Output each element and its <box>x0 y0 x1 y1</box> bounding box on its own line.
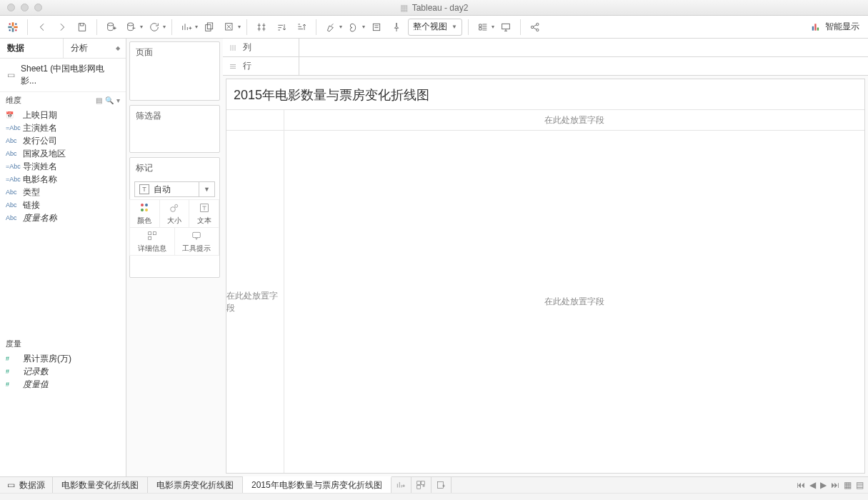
share-button[interactable] <box>527 19 544 36</box>
svg-point-15 <box>531 26 533 28</box>
rows-shelf[interactable]: 行 <box>223 56 868 76</box>
search-fields-icon[interactable]: 🔍 <box>105 96 114 104</box>
data-tab[interactable]: 数据 <box>0 39 64 58</box>
show-me-label: 智能显示 <box>825 21 859 33</box>
sheet-tab[interactable]: 2015年电影数量与票房变化折线图 <box>243 476 391 493</box>
marks-card-title: 标记 <box>130 158 219 179</box>
pages-card[interactable]: 页面 <box>129 41 220 101</box>
measure-field[interactable]: #累计票房(万) <box>0 352 126 365</box>
sheet-title[interactable]: 2015年电影数量与票房变化折线图 <box>226 79 864 109</box>
sort-desc-button[interactable] <box>293 19 310 36</box>
datasource-tab[interactable]: ▭ 数据源 <box>0 477 53 493</box>
fit-dropdown[interactable]: 整个视图 ▼ <box>408 19 462 36</box>
svg-rect-19 <box>814 24 816 30</box>
dimension-field[interactable]: =Abc主演姓名 <box>0 121 126 134</box>
svg-point-16 <box>537 23 539 25</box>
pin-button[interactable] <box>388 19 405 36</box>
sheet-tab[interactable]: 电影票房变化折线图 <box>148 477 243 493</box>
columns-icon <box>229 44 237 52</box>
filters-card[interactable]: 筛选器 <box>129 105 220 153</box>
new-worksheet-tab-button[interactable] <box>391 477 411 493</box>
size-icon <box>169 202 180 214</box>
prev-sheet-button[interactable]: ◀ <box>809 480 816 490</box>
analytics-tab-menu-icon[interactable]: ◆ <box>116 45 120 51</box>
presentation-mode-button[interactable] <box>497 19 514 36</box>
new-story-tab-button[interactable] <box>431 477 452 493</box>
new-worksheet-button[interactable]: ▾ <box>178 19 198 36</box>
swap-axes-button[interactable] <box>253 19 270 36</box>
svg-rect-27 <box>193 232 201 237</box>
columns-drop-zone[interactable] <box>299 39 868 56</box>
dimensions-list: 📅上映日期 =Abc主演姓名 Abc发行公司 Abc国家及地区 =Abc导演姓名… <box>0 107 126 226</box>
string-icon: Abc <box>6 137 19 144</box>
close-window-button[interactable] <box>7 4 15 11</box>
mark-tooltip-button[interactable]: 工具提示 <box>174 227 220 256</box>
dimension-field[interactable]: Abc发行公司 <box>0 134 126 147</box>
sheet-tab[interactable]: 电影数量变化折线图 <box>53 477 148 493</box>
analytics-tab[interactable]: 分析◆ <box>64 39 126 58</box>
viz-row-header-drop[interactable]: 在此处放置字段 <box>226 130 284 473</box>
mark-text-button[interactable]: 文本 <box>189 199 219 228</box>
measure-field[interactable]: #度量值 <box>0 378 126 391</box>
zoom-window-button[interactable] <box>34 4 42 11</box>
viz-area[interactable]: 2015年电影数量与票房变化折线图 在此处放置字段 在此处放置字段 在此处放置字… <box>226 79 865 474</box>
show-sheets-button[interactable]: ▤ <box>856 480 864 490</box>
calc-string-icon: =Abc <box>6 163 19 170</box>
show-labels-button[interactable] <box>368 19 385 36</box>
next-sheet-button[interactable]: ▶ <box>820 480 827 490</box>
show-me-button[interactable]: 智能显示 <box>807 21 864 33</box>
show-cards-button[interactable]: ▾ <box>474 19 494 36</box>
clear-sheet-button[interactable]: ▾ <box>221 19 241 36</box>
rows-drop-zone[interactable] <box>299 57 868 75</box>
last-sheet-button[interactable]: ⏭ <box>831 480 839 490</box>
datasource-item[interactable]: ▭ Sheet1 (中国电影网电影... <box>0 59 126 92</box>
auto-mark-icon: T <box>139 184 149 194</box>
viz-main-drop[interactable]: 在此处放置字段 <box>284 130 864 473</box>
measure-field[interactable]: #记录数 <box>0 365 126 378</box>
minimize-window-button[interactable] <box>21 4 29 11</box>
viz-col-header-drop[interactable]: 在此处放置字段 <box>284 110 864 130</box>
datasource-icon: ▭ <box>7 70 15 80</box>
dimension-field[interactable]: Abc类型 <box>0 186 126 199</box>
pause-updates-button[interactable]: ▾ <box>123 19 143 36</box>
mark-color-button[interactable]: 颜色 <box>129 199 160 228</box>
forward-button[interactable] <box>54 19 71 36</box>
new-dashboard-tab-button[interactable] <box>411 477 431 493</box>
tableau-logo-icon[interactable] <box>4 19 21 36</box>
refresh-button[interactable]: ▾ <box>146 19 166 36</box>
back-button[interactable] <box>34 19 51 36</box>
tableau-doc-icon: ▦ <box>400 3 408 13</box>
string-icon: Abc <box>6 189 19 196</box>
highlight-button[interactable]: ▾ <box>322 19 342 36</box>
svg-rect-4 <box>9 23 11 24</box>
dimension-field[interactable]: =Abc电影名称 <box>0 173 126 186</box>
mark-detail-button[interactable]: 详细信息 <box>129 227 175 256</box>
save-button[interactable] <box>74 19 91 36</box>
view-as-list-icon[interactable]: ▤ <box>96 96 102 104</box>
dimension-field[interactable]: Abc国家及地区 <box>0 147 126 160</box>
window-title: ▦ Tableau - day2 <box>400 3 469 13</box>
datasource-tab-icon: ▭ <box>7 480 15 490</box>
columns-shelf[interactable]: 列 <box>223 38 868 57</box>
first-sheet-button[interactable]: ⏮ <box>797 480 805 490</box>
svg-rect-26 <box>148 236 151 239</box>
svg-rect-2 <box>8 26 11 28</box>
dimension-field[interactable]: =Abc导演姓名 <box>0 160 126 173</box>
show-filmstrip-button[interactable]: ▦ <box>844 480 852 490</box>
mark-size-button[interactable]: 大小 <box>159 199 190 228</box>
main-toolbar: ▾ ▾ ▾ ▾ ▾ ▾ 整个视图 ▼ ▾ 智能显示 <box>0 16 868 39</box>
dimension-field[interactable]: 📅上映日期 <box>0 109 126 121</box>
duplicate-sheet-button[interactable] <box>201 19 218 36</box>
dimension-field[interactable]: Abc链接 <box>0 199 126 211</box>
svg-rect-28 <box>417 481 421 485</box>
group-button[interactable]: ▾ <box>345 19 365 36</box>
svg-point-8 <box>108 23 114 26</box>
svg-point-21 <box>171 206 176 211</box>
fields-menu-icon[interactable]: ▾ <box>116 96 120 104</box>
sort-asc-button[interactable] <box>273 19 290 36</box>
svg-rect-6 <box>9 29 11 31</box>
marks-type-dropdown[interactable]: T 自动 ▼ <box>134 181 215 197</box>
measures-header: 度量 <box>6 339 21 349</box>
new-datasource-button[interactable] <box>103 19 120 36</box>
dimension-field[interactable]: Abc度量名称 <box>0 211 126 224</box>
